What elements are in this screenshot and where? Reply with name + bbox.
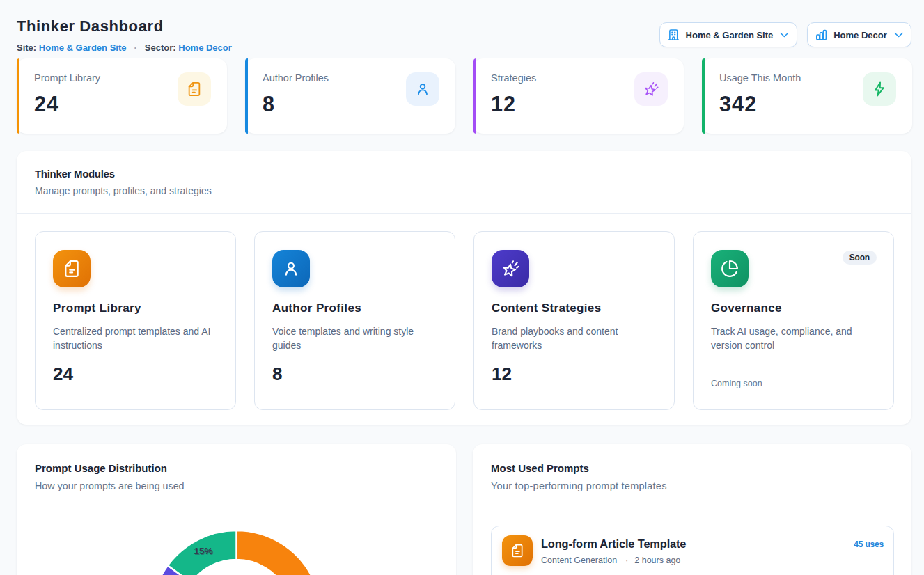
svg-text:15%: 15% [194, 546, 212, 556]
